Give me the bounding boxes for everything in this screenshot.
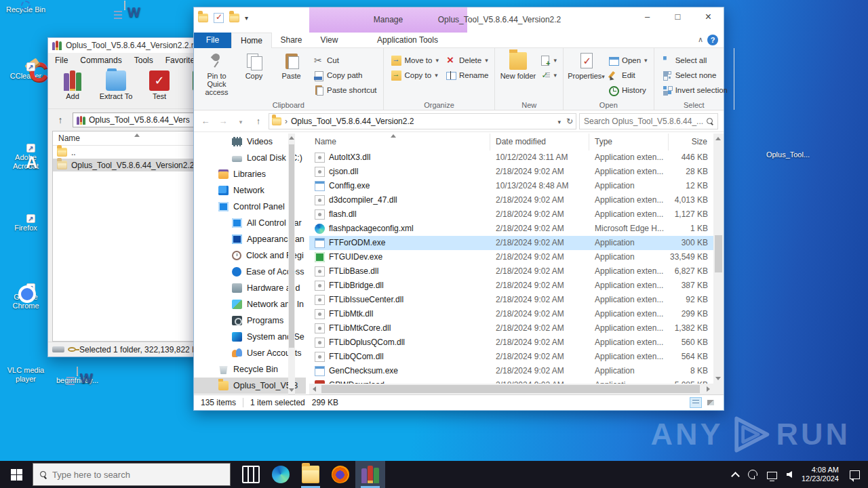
folder-icon[interactable] bbox=[229, 14, 239, 22]
table-row[interactable]: flashpackageconfig.xml2/18/2024 9:02 AMM… bbox=[309, 222, 713, 236]
desktop-icon-vlc-media-player[interactable]: VLC media player bbox=[1, 366, 50, 384]
desktop-icon-recycle-bin[interactable]: Recycle Bin bbox=[1, 5, 50, 14]
table-row[interactable]: FTLibBase.dll2/18/2024 9:02 AMApplicatio… bbox=[309, 264, 713, 279]
table-row[interactable]: cjson.dll2/18/2024 9:02 AMApplication ex… bbox=[309, 165, 713, 179]
up-arrow-icon[interactable] bbox=[54, 113, 67, 127]
table-row[interactable]: d3dcompiler_47.dll2/18/2024 9:02 AMAppli… bbox=[309, 193, 713, 207]
scroll-left-icon[interactable] bbox=[313, 386, 316, 392]
address-dropdown-icon[interactable] bbox=[557, 117, 561, 126]
address-bar[interactable]: Oplus_Tool_V5.8.6.44_Version2.2 bbox=[269, 113, 576, 129]
table-row[interactable]: FTLibOplusQCom.dll2/18/2024 9:02 AMAppli… bbox=[309, 336, 713, 350]
refresh-icon[interactable] bbox=[566, 117, 573, 126]
recent-locations-icon[interactable] bbox=[233, 116, 248, 126]
ribbon-button-move-to[interactable]: Move to bbox=[388, 53, 442, 68]
back-button[interactable] bbox=[198, 116, 213, 126]
start-button[interactable] bbox=[0, 461, 33, 488]
ribbon-button-paste[interactable]: Paste bbox=[273, 51, 310, 80]
table-row[interactable]: FTGUIDev.exe2/18/2024 9:02 AMApplication… bbox=[309, 250, 713, 264]
ribbon-button-copy-to[interactable]: Copy to bbox=[388, 68, 442, 83]
taskbar-search[interactable] bbox=[33, 463, 231, 486]
winrar-menu-tools[interactable]: Tools bbox=[134, 56, 153, 65]
search-box[interactable] bbox=[579, 113, 718, 129]
table-row[interactable]: FTLibMtkCore.dll2/18/2024 9:02 AMApplica… bbox=[309, 321, 713, 336]
ribbon-button-delete[interactable]: Delete bbox=[442, 53, 492, 68]
minimize-button[interactable] bbox=[632, 7, 663, 28]
tray-expand-icon[interactable] bbox=[731, 472, 740, 481]
winrar-toolbar-test[interactable]: Test bbox=[140, 70, 178, 100]
large-icons-view-button[interactable] bbox=[705, 397, 717, 408]
search-icon[interactable] bbox=[707, 118, 713, 125]
ribbon-button-properties[interactable]: Properties bbox=[568, 51, 605, 81]
taskbar-icon-firefox[interactable] bbox=[326, 461, 355, 488]
vertical-scrollbar[interactable] bbox=[713, 134, 724, 394]
table-row[interactable]: FTLibQCom.dll2/18/2024 9:02 AMApplicatio… bbox=[309, 350, 713, 364]
search-input[interactable] bbox=[584, 117, 704, 126]
ribbon-button-edit[interactable]: Edit bbox=[605, 68, 651, 83]
ribbon-button-copy[interactable]: Copy bbox=[235, 51, 273, 80]
taskbar-icon-file-explorer[interactable] bbox=[296, 461, 326, 488]
ribbon-button-new-folder[interactable]: New folder bbox=[499, 51, 536, 80]
desktop-icon-adobe-acrobat[interactable]: Adobe Acrobat bbox=[1, 153, 50, 171]
table-row[interactable]: FTLibBridge.dll2/18/2024 9:02 AMApplicat… bbox=[309, 279, 713, 293]
table-row[interactable]: AutoItX3.dll10/12/2024 3:11 AMApplicatio… bbox=[309, 150, 713, 165]
ribbon-button-newitem[interactable] bbox=[536, 53, 560, 68]
checkmark-doc-icon[interactable] bbox=[214, 13, 224, 23]
winrar-menu-commands[interactable]: Commands bbox=[80, 56, 121, 65]
scroll-up-icon[interactable] bbox=[289, 136, 294, 140]
ribbon-button-history[interactable]: History bbox=[605, 83, 651, 98]
ribbon-button-copy-path[interactable]: Copy path bbox=[310, 68, 380, 83]
tab-application-tools[interactable]: Application Tools bbox=[348, 33, 467, 48]
taskbar-icon-winrar[interactable] bbox=[355, 461, 385, 488]
tab-file[interactable]: File bbox=[194, 33, 231, 48]
table-row[interactable]: FTLibIssueCenter.dll2/18/2024 9:02 AMApp… bbox=[309, 293, 713, 307]
tab-share[interactable]: Share bbox=[272, 33, 311, 48]
scroll-up-icon[interactable] bbox=[715, 137, 721, 140]
ribbon-button-invert-selection[interactable]: Invert selection bbox=[658, 83, 731, 98]
desktop-icon-google-chrome[interactable]: Google Chrome bbox=[1, 293, 50, 310]
column-header-size[interactable]: Size bbox=[669, 134, 713, 150]
breadcrumb[interactable]: Oplus_Tool_V5.8.6.44_Version2.2 bbox=[291, 117, 414, 126]
ribbon-button-select-all[interactable]: Select all bbox=[658, 53, 731, 68]
up-button[interactable] bbox=[251, 116, 266, 126]
network-icon[interactable] bbox=[767, 472, 777, 479]
desktop-icon-ccleaner[interactable]: CCleaner bbox=[1, 72, 50, 81]
desktop-icon-word[interactable] bbox=[106, 1, 144, 10]
ribbon-button-easyaccess[interactable] bbox=[536, 68, 560, 83]
taskbar-icon-edge[interactable] bbox=[266, 461, 296, 488]
column-header-date-modified[interactable]: Date modified bbox=[490, 134, 589, 150]
maximize-button[interactable] bbox=[663, 7, 693, 28]
collapse-ribbon-icon[interactable] bbox=[698, 35, 703, 44]
taskbar-search-input[interactable] bbox=[52, 470, 223, 480]
table-row[interactable]: GenChecksum.exe2/18/2024 9:02 AMApplicat… bbox=[309, 364, 713, 378]
volume-icon[interactable] bbox=[787, 471, 792, 478]
ribbon-button-select-none[interactable]: Select none bbox=[658, 68, 731, 83]
close-button[interactable] bbox=[693, 7, 724, 28]
nav-scrollbar[interactable] bbox=[288, 134, 295, 394]
ribbon-button-open[interactable]: Open bbox=[605, 53, 651, 68]
taskbar-icon-task-view[interactable] bbox=[236, 461, 266, 488]
winrar-toolbar-add[interactable]: Add bbox=[54, 70, 92, 100]
desktop-icon-beginfriday[interactable]: beginfriday... bbox=[53, 367, 102, 385]
column-header-name[interactable]: Name bbox=[309, 134, 490, 150]
help-button[interactable] bbox=[707, 35, 718, 45]
chevron-down-icon[interactable] bbox=[245, 14, 248, 22]
table-row[interactable]: flash.dll2/18/2024 9:02 AMApplication ex… bbox=[309, 207, 713, 222]
ribbon-button-pin-to-quick-access[interactable]: Pin to Quick access bbox=[198, 51, 235, 96]
table-row[interactable]: FTLibMtk.dll2/18/2024 9:02 AMApplication… bbox=[309, 307, 713, 321]
folder-icon[interactable] bbox=[198, 14, 208, 22]
details-view-button[interactable] bbox=[690, 397, 702, 408]
taskbar-clock[interactable]: 4:08 AM 12/23/2024 bbox=[802, 466, 839, 483]
scroll-down-icon[interactable] bbox=[289, 388, 294, 392]
tab-home[interactable]: Home bbox=[231, 33, 272, 48]
action-center-icon[interactable] bbox=[850, 470, 860, 479]
table-row[interactable]: Conffig.exe10/13/2024 8:48 AMApplication… bbox=[309, 179, 713, 193]
horizontal-scrollbar[interactable] bbox=[309, 384, 713, 394]
winrar-toolbar-extract-to[interactable]: Extract To bbox=[97, 70, 135, 100]
column-header-type[interactable]: Type bbox=[589, 134, 669, 150]
table-row[interactable]: FTForODM.exe2/18/2024 9:02 AMApplication… bbox=[309, 236, 713, 250]
ribbon-button-cut[interactable]: Cut bbox=[310, 53, 380, 68]
scroll-right-icon[interactable] bbox=[707, 386, 710, 392]
scroll-down-icon[interactable] bbox=[715, 377, 721, 380]
desktop-icon-oplus-tool[interactable]: Oplus_Tool... bbox=[762, 150, 814, 159]
ribbon-button-rename[interactable]: Rename bbox=[442, 68, 492, 83]
